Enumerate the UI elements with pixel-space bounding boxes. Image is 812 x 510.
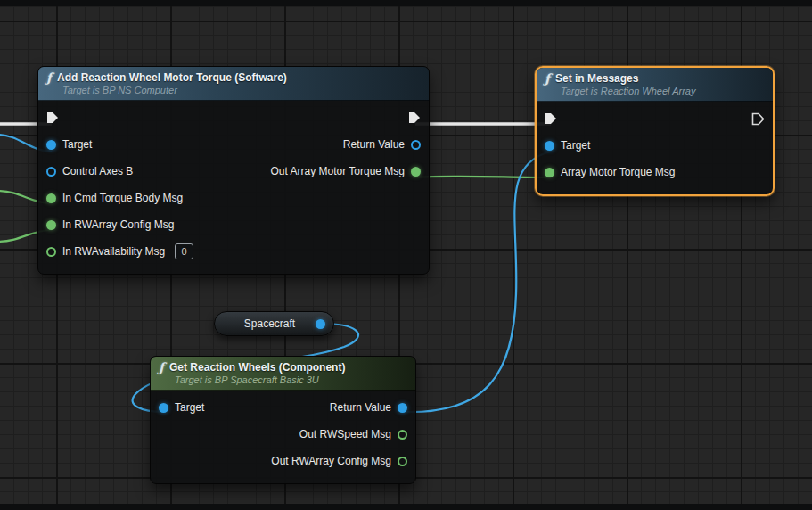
node-header[interactable]: ƒ Set in Messages Target is Reaction Whe… <box>537 68 773 102</box>
wire-motor-torque[interactable] <box>413 177 551 177</box>
node-set-in-messages[interactable]: ƒ Set in Messages Target is Reaction Whe… <box>535 66 775 196</box>
in-cmd-torque-pin[interactable] <box>46 193 56 203</box>
target-pin[interactable] <box>159 403 168 413</box>
array-motor-torque-pin[interactable] <box>545 168 554 177</box>
pin-label: Target <box>561 139 590 152</box>
pin-row: Out RWSpeed Msg <box>151 421 415 448</box>
node-title: Add Reaction Wheel Motor Torque (Softwar… <box>57 71 287 84</box>
blueprint-graph-canvas[interactable]: { "icons": { "function": "ƒ" }, "nodes":… <box>0 0 812 510</box>
node-header[interactable]: ƒ Get Reaction Wheels (Component) Target… <box>151 357 415 391</box>
out-rwarray-config-pin[interactable] <box>398 457 407 466</box>
default-value-field[interactable]: 0 <box>175 243 193 259</box>
control-axes-pin[interactable] <box>46 167 56 177</box>
pin-label: Return Value <box>330 401 391 414</box>
in-rwarray-config-pin[interactable] <box>46 220 56 230</box>
exec-row <box>38 104 429 131</box>
pin-row: Array Motor Torque Msg <box>537 159 773 185</box>
node-subtitle: Target is BP NS Computer <box>46 85 420 95</box>
node-header[interactable]: ƒ Add Reaction Wheel Motor Torque (Softw… <box>38 67 429 101</box>
spacecraft-output-pin[interactable] <box>316 319 325 329</box>
canvas-bottom-edge <box>0 504 812 510</box>
pin-label: Target <box>175 401 204 414</box>
target-pin[interactable] <box>545 141 554 151</box>
out-rwspeed-pin[interactable] <box>398 430 407 440</box>
return-value-pin[interactable] <box>398 403 407 413</box>
node-title: Set in Messages <box>555 72 638 85</box>
pin-label: Target <box>62 138 92 151</box>
pin-row: In Cmd Torque Body Msg <box>38 185 429 211</box>
function-icon: ƒ <box>545 72 550 85</box>
pin-label: In Cmd Torque Body Msg <box>62 192 183 204</box>
exec-in-pin[interactable] <box>46 111 59 124</box>
pin-row: In RWArray Config Msg <box>38 211 429 238</box>
in-rwavailability-pin[interactable] <box>46 247 56 257</box>
node-subtitle: Target is BP Spacecraft Basic 3U <box>159 374 406 385</box>
pin-row: Target <box>537 132 773 159</box>
node-subtitle: Target is Reaction Wheel Array <box>545 86 764 96</box>
pin-label: Array Motor Torque Msg <box>561 166 676 178</box>
exec-out-pin[interactable] <box>751 112 765 126</box>
function-icon: ƒ <box>159 361 164 374</box>
node-add-reaction-wheel-motor-torque[interactable]: ƒ Add Reaction Wheel Motor Torque (Softw… <box>37 66 430 275</box>
target-pin[interactable] <box>46 140 56 150</box>
node-title: Get Reaction Wheels (Component) <box>169 361 345 374</box>
exec-out-pin[interactable] <box>408 111 421 124</box>
out-array-motor-torque-pin[interactable] <box>411 167 421 177</box>
function-icon: ƒ <box>46 71 52 84</box>
pin-label: Control Axes B <box>62 165 133 177</box>
pin-row: In RWAvailability Msg 0 <box>38 238 429 265</box>
pin-label: In RWArray Config Msg <box>62 218 174 231</box>
canvas-top-edge <box>0 0 812 6</box>
node-spacecraft-variable[interactable]: Spacecraft <box>214 311 334 336</box>
exec-row <box>537 105 773 132</box>
node-get-reaction-wheels[interactable]: ƒ Get Reaction Wheels (Component) Target… <box>150 356 416 484</box>
pin-row: Target Return Value <box>151 394 415 421</box>
return-value-pin[interactable] <box>411 140 421 150</box>
pin-label: Out RWSpeed Msg <box>299 428 391 440</box>
pin-row: Target Return Value <box>38 131 429 158</box>
pin-label: Return Value <box>343 138 405 151</box>
pin-label: In RWAvailability Msg <box>62 245 165 258</box>
pin-row: Control Axes B Out Array Motor Torque Ms… <box>38 158 429 185</box>
exec-in-pin[interactable] <box>545 112 557 125</box>
pin-row: Out RWArray Config Msg <box>151 448 415 474</box>
pin-label: Out RWArray Config Msg <box>271 455 391 467</box>
variable-label: Spacecraft <box>244 317 295 330</box>
pin-label: Out Array Motor Torque Msg <box>270 165 405 177</box>
